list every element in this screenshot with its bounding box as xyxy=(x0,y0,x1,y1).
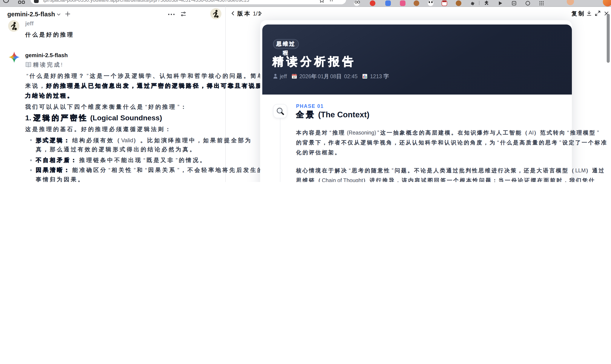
svg-text:17: 17 xyxy=(293,76,296,79)
